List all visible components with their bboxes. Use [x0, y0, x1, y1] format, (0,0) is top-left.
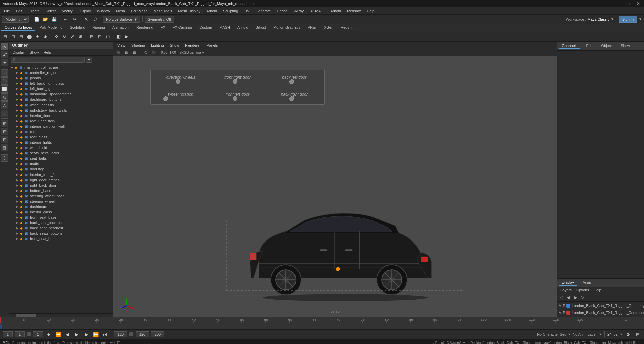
- viewport-canvas[interactable]: direction wheels front right door: [113, 56, 557, 317]
- outliner-tree-item[interactable]: ▶◆⊞controller_region: [9, 70, 113, 75]
- sculpt-btn[interactable]: ✦: [1, 59, 8, 66]
- undo-btn[interactable]: ↩: [62, 16, 69, 23]
- outliner-tree-item[interactable]: ▶◆⊞bottom_base: [9, 188, 113, 193]
- universal-manip-btn[interactable]: ⊕: [77, 33, 84, 40]
- layers-tab-anim[interactable]: Anim: [580, 280, 594, 286]
- vp-waypoint-btn[interactable]: ⊡: [123, 49, 130, 56]
- outliner-tree-item[interactable]: ▶◆⊞right_back_door: [9, 183, 113, 188]
- vp-color-arrow[interactable]: ▼: [202, 51, 205, 54]
- outliner-tree-item[interactable]: ▶◆⊞rear_glass: [9, 134, 113, 140]
- tab-vray[interactable]: VRay: [304, 24, 320, 31]
- snap-point-btn[interactable]: ⬡: [104, 33, 111, 40]
- outliner-tree-item[interactable]: ▶◆⊞matts: [9, 161, 113, 166]
- ctrl-back-left-door-knob[interactable]: [289, 79, 294, 84]
- modeling-mode-select[interactable]: Modeling: [2, 16, 29, 23]
- outliner-tree-item[interactable]: ▶◆⊞dashboard_buttons: [9, 97, 113, 102]
- tab-rigging[interactable]: Rigging: [89, 24, 108, 31]
- menu-cache[interactable]: Cache: [274, 8, 290, 14]
- scale-btn[interactable]: ⤢: [69, 33, 76, 40]
- tab-custom[interactable]: Custom: [196, 24, 215, 31]
- outliner-tree-item[interactable]: ▶◆⊞interior_partition_wall: [9, 124, 113, 129]
- layer-last-btn[interactable]: ▷: [580, 294, 585, 300]
- tab-curves-surfaces[interactable]: Curves Surfaces: [1, 24, 35, 31]
- layer-add-btn[interactable]: ◁: [558, 294, 564, 300]
- outliner-menu-help[interactable]: Help: [42, 50, 53, 55]
- tweak-btn[interactable]: ✦: [34, 33, 41, 40]
- frame-display-input[interactable]: [33, 331, 43, 337]
- poly-cube-btn[interactable]: ⬛: [1, 69, 8, 77]
- soft-sel-btn[interactable]: ◈: [42, 33, 49, 40]
- poly-cone-btn[interactable]: △: [1, 101, 8, 109]
- layer-prev-btn[interactable]: ◀: [566, 294, 571, 300]
- menu-help[interactable]: Help: [364, 8, 377, 14]
- menu-3dtoall[interactable]: 3DToAll..: [307, 8, 327, 14]
- view-1-btn[interactable]: ⊞: [1, 120, 8, 127]
- frame-start-input[interactable]: [3, 331, 13, 337]
- outliner-tree-item[interactable]: ▶◆⊞dashboard_speedometer: [9, 91, 113, 97]
- layers-menu-options[interactable]: Options: [574, 288, 591, 292]
- select-by-object-btn[interactable]: ⊡: [9, 33, 17, 40]
- outliner-tree-item[interactable]: ▶◆⊞front_seat_bottom: [9, 236, 113, 242]
- fps-arrow[interactable]: ▼: [620, 333, 623, 336]
- tab-fx[interactable]: FX: [157, 24, 169, 31]
- outliner-tree-item[interactable]: ▶◆⊞front_seat_base: [9, 215, 113, 220]
- open-scene-btn[interactable]: 📂: [42, 16, 49, 23]
- grid-btn[interactable]: ⋮: [1, 154, 8, 162]
- tab-arnold[interactable]: Arnold: [234, 24, 252, 31]
- symmetry-btn[interactable]: Symmetry: Off: [145, 16, 174, 23]
- redo-btn[interactable]: ↪: [71, 16, 78, 23]
- lasso-btn[interactable]: ⬡: [91, 16, 99, 23]
- tab-motion-graphics[interactable]: Motion Graphics: [270, 24, 304, 31]
- outliner-menu-show[interactable]: Show: [28, 50, 41, 55]
- menu-sculpting[interactable]: Sculpting: [220, 8, 241, 14]
- animation-bar[interactable]: [0, 324, 644, 330]
- outliner-tree-item[interactable]: ▶◆⊞doorstep: [9, 166, 113, 172]
- menu-edit-mesh[interactable]: Edit Mesh: [128, 8, 150, 14]
- tab-rendering[interactable]: Rendering: [133, 24, 157, 31]
- ch-tab-object[interactable]: Object: [598, 43, 614, 49]
- ctrl-front-left-door-slider[interactable]: [212, 99, 262, 99]
- outliner-tree-item[interactable]: ▶◆⊞main_controll_spline: [9, 65, 113, 70]
- tab-mash[interactable]: MASH: [216, 24, 233, 31]
- outliner-search-input[interactable]: [11, 57, 85, 63]
- outliner-tree-item[interactable]: ▶◆⊞pedals: [9, 75, 113, 81]
- rotate-btn[interactable]: ↻: [61, 33, 68, 40]
- select-mode-btn[interactable]: ↖: [1, 43, 8, 50]
- select-by-component-btn[interactable]: ⊟: [17, 33, 25, 40]
- outliner-horizontal-scrollbar[interactable]: [9, 313, 113, 317]
- menu-mesh-display[interactable]: Mesh Display: [175, 8, 203, 14]
- outliner-tree-item[interactable]: ▶◆⊞wheel_chassis: [9, 102, 113, 108]
- tab-redshift[interactable]: Redshift: [337, 24, 358, 31]
- no-character-arrow[interactable]: ▼: [568, 333, 571, 336]
- outliner-tree-item[interactable]: ▶◆⊞roof: [9, 129, 113, 134]
- next-key-btn[interactable]: ⏩: [92, 331, 99, 338]
- poly-plane-btn[interactable]: ▭: [1, 110, 8, 117]
- outliner-tree-item[interactable]: ▶◆⊞interior_front_floor: [9, 172, 113, 177]
- layers-tab-display[interactable]: Display: [559, 280, 577, 286]
- render-btn[interactable]: ▶: [123, 33, 130, 40]
- anim-extra-btn[interactable]: ⊞: [634, 331, 641, 338]
- ch-tab-channels[interactable]: Channels: [559, 43, 580, 49]
- next-frame-btn[interactable]: ▶: [83, 331, 90, 338]
- menu-display[interactable]: Display: [76, 8, 94, 14]
- view-4-btn[interactable]: ▦: [1, 144, 8, 151]
- menu-vray[interactable]: V-Ray: [291, 8, 306, 14]
- menu-render[interactable]: Redshift: [344, 8, 363, 14]
- outliner-tree-item[interactable]: ▶◆⊞left_back_light: [9, 86, 113, 91]
- move-btn[interactable]: ✛: [53, 33, 60, 40]
- layers-menu-layers[interactable]: Layers: [558, 288, 574, 292]
- menu-edit[interactable]: Edit: [13, 8, 25, 14]
- outliner-tree-item[interactable]: ▶◆⊞back_seats_bottom: [9, 231, 113, 236]
- tab-bifrost[interactable]: Bifrost: [252, 24, 269, 31]
- outliner-tree-item[interactable]: ▶◆⊞seat_belts: [9, 156, 113, 161]
- menu-window[interactable]: Window: [94, 8, 113, 14]
- ctrl-front-right-door-slider[interactable]: [212, 82, 262, 82]
- no-anim-layer-arrow[interactable]: ▼: [599, 333, 602, 336]
- render-settings-btn[interactable]: ◧: [115, 33, 122, 40]
- outliner-tree-item[interactable]: ▶◆⊞steering_wheel: [9, 199, 113, 204]
- outliner-tree-item[interactable]: ▶◆⊞left_back_light_glass: [9, 81, 113, 86]
- vp-menu-shading[interactable]: Shading: [129, 43, 148, 48]
- current-frame-input[interactable]: [15, 331, 25, 337]
- vp-camera-btn[interactable]: 📷: [115, 49, 122, 56]
- paint-sel-btn[interactable]: ⬤: [25, 33, 33, 40]
